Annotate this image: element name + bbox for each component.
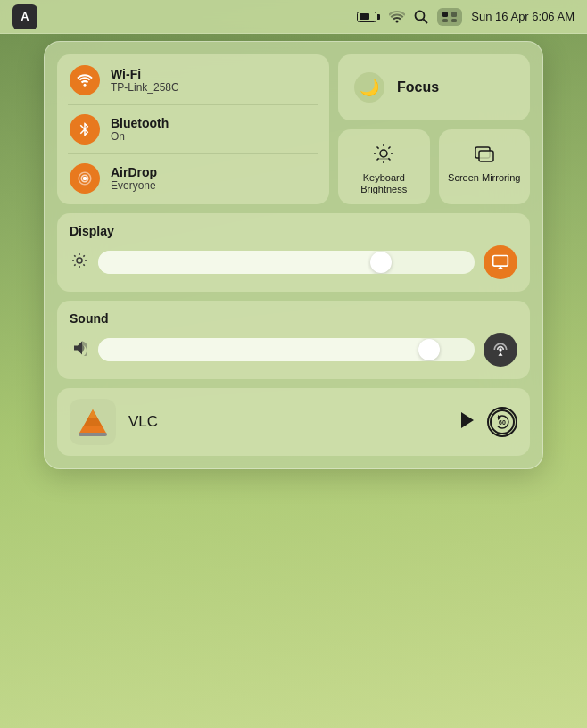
focus-icon: 🌙 (354, 72, 384, 103)
top-row: Wi-Fi TP-Link_258C Bluetooth On (57, 54, 530, 204)
bluetooth-item[interactable]: Bluetooth On (70, 114, 317, 145)
menubar: A (0, 0, 587, 34)
svg-rect-4 (442, 19, 448, 22)
vlc-icon (70, 399, 116, 445)
search-menubar-icon[interactable] (414, 10, 428, 24)
airdrop-text: AirDrop Everyone (111, 165, 157, 192)
bluetooth-icon (70, 114, 100, 145)
vlc-app-name: VLC (128, 413, 444, 431)
svg-line-11 (377, 146, 379, 148)
control-center-panel: Wi-Fi TP-Link_258C Bluetooth On (44, 41, 543, 469)
svg-point-6 (83, 177, 87, 181)
svg-point-15 (380, 150, 387, 157)
sound-label: Sound (70, 311, 517, 326)
control-center-icon[interactable] (437, 8, 462, 26)
sound-slider-track[interactable] (98, 338, 475, 361)
wifi-text: Wi-Fi TP-Link_258C (111, 67, 179, 94)
svg-rect-18 (479, 151, 493, 161)
svg-rect-2 (442, 12, 448, 17)
display-airplay-button[interactable] (484, 245, 517, 279)
svg-marker-32 (88, 410, 97, 418)
svg-line-1 (424, 19, 428, 23)
svg-rect-5 (451, 19, 457, 22)
quick-tiles: 🌙 Focus (338, 54, 530, 204)
svg-line-26 (83, 255, 84, 256)
airdrop-item[interactable]: AirDrop Everyone (70, 163, 317, 194)
svg-rect-3 (451, 12, 457, 17)
vlc-play-button[interactable] (457, 410, 476, 434)
connectivity-panel: Wi-Fi TP-Link_258C Bluetooth On (57, 54, 329, 204)
svg-marker-34 (461, 412, 474, 428)
svg-rect-28 (493, 256, 508, 267)
divider-2 (68, 153, 318, 154)
wifi-icon (70, 65, 100, 95)
svg-point-0 (416, 11, 425, 20)
svg-line-25 (83, 264, 84, 265)
screen-mirroring-tile[interactable]: Screen Mirroring (439, 129, 531, 204)
wifi-menubar-icon[interactable] (389, 11, 405, 23)
vlc-panel: VLC 60 (57, 388, 530, 456)
sound-airplay-button[interactable] (484, 333, 517, 367)
divider-1 (68, 104, 318, 105)
svg-line-24 (74, 255, 75, 256)
sound-panel: Sound (57, 301, 530, 379)
sound-slider-icon (70, 340, 89, 360)
focus-tile[interactable]: 🌙 Focus (338, 54, 530, 120)
svg-point-29 (499, 348, 501, 351)
svg-rect-33 (79, 433, 107, 436)
svg-point-19 (77, 258, 82, 263)
wifi-item[interactable]: Wi-Fi TP-Link_258C (70, 65, 317, 95)
menubar-time: Sun 16 Apr 6:06 AM (471, 10, 575, 23)
bluetooth-text: Bluetooth On (111, 116, 169, 143)
airdrop-icon (70, 163, 100, 194)
menubar-right: Sun 16 Apr 6:06 AM (357, 8, 575, 26)
display-label: Display (70, 224, 517, 238)
display-slider-track[interactable] (98, 251, 475, 274)
svg-line-13 (389, 146, 391, 148)
menubar-left: A (12, 4, 37, 29)
user-avatar[interactable]: A (12, 4, 37, 29)
vlc-controls: 60 (457, 407, 517, 437)
keyboard-brightness-tile[interactable]: Keyboard Brightness (338, 129, 430, 204)
display-slider-row (70, 245, 517, 279)
svg-line-27 (74, 264, 75, 265)
battery-icon (357, 12, 380, 22)
sound-slider-row (70, 333, 517, 367)
keyboard-brightness-icon (370, 140, 397, 167)
display-slider-icon (70, 252, 89, 272)
screen-mirroring-icon (471, 140, 498, 167)
svg-text:60: 60 (499, 419, 506, 426)
small-tiles-row: Keyboard Brightness Screen Mirroring (338, 129, 530, 204)
display-panel: Display (57, 213, 530, 292)
vlc-skip-button[interactable]: 60 (487, 407, 517, 437)
